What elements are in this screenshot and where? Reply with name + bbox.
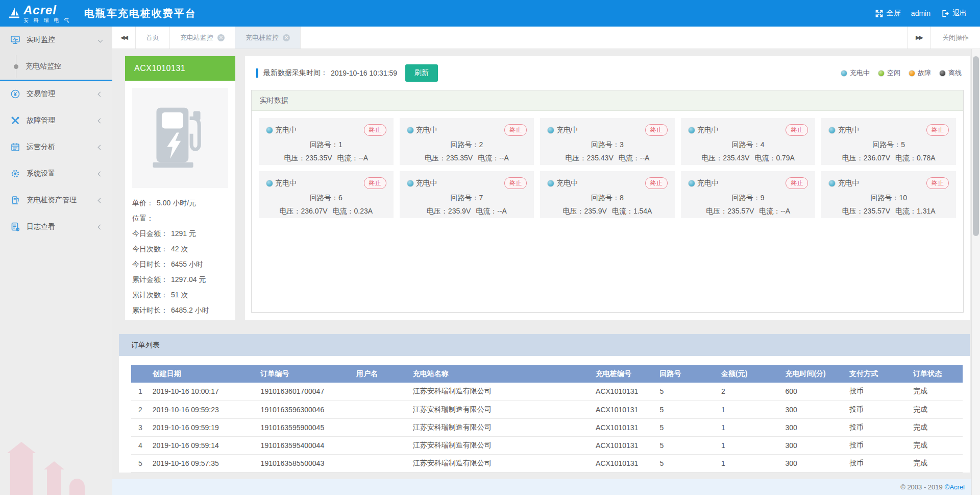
status-legend: 充电中 空闲 故障 离线 [841, 68, 962, 78]
top-header: Acrel 安 科 瑞 电 气 电瓶车充电桩收费平台 全屏 admin 退出 [0, 0, 980, 27]
realtime-data-title: 实时数据 [252, 90, 963, 111]
channel-status: 充电中 [838, 126, 859, 135]
charging-status-icon [266, 180, 273, 187]
sidebar-item-analytics[interactable]: 运营分析 [0, 134, 112, 160]
tabs-scroll-left-button[interactable]: ◀◀ [112, 27, 136, 49]
table-row: 12019-10-16 10:00:171910163601700047江苏安科… [131, 383, 963, 400]
offline-status-icon [939, 70, 946, 77]
terminate-button[interactable]: 终止 [504, 177, 527, 189]
sidebar-item-label: 故障管理 [27, 116, 55, 125]
sidebar-item-label: 充电桩资产管理 [27, 196, 77, 205]
tab-close-icon[interactable]: ✕ [217, 34, 225, 41]
legend-fault: 故障 [909, 68, 931, 78]
sidebar-item-faults[interactable]: 故障管理 [0, 107, 112, 134]
charging-status-icon [407, 180, 414, 187]
legend-charging: 充电中 [841, 68, 870, 78]
sidebar-item-transactions[interactable]: 交易管理 [0, 81, 112, 107]
device-id-header: ACX1010131 [125, 56, 235, 81]
terminate-button[interactable]: 终止 [926, 177, 949, 189]
collect-time-value: 2019-10-16 10:31:59 [331, 69, 397, 77]
circuit-number: 回路号：9 [688, 194, 808, 203]
terminate-button[interactable]: 终止 [504, 124, 527, 136]
realtime-data-box: 实时数据 充电中终止回路号：1电压：235.35V电流：--A 充电中终止回路号… [251, 90, 964, 313]
terminate-button[interactable]: 终止 [786, 177, 808, 189]
copyright-text: © 2003 - 2019 [900, 483, 943, 491]
channel-status: 充电中 [416, 126, 437, 135]
channel-card: 充电中终止回路号：5电压：236.07V电流：0.78A [821, 118, 956, 165]
circuit-number: 回路号：2 [407, 140, 527, 150]
channel-meter: 电压：235.57V电流：1.31A [828, 207, 949, 216]
channel-meter: 电压：235.35V电流：--A [407, 154, 527, 163]
user-menu[interactable]: admin [911, 9, 930, 17]
realtime-monitor-panel: 最新数据采集时间： 2019-10-16 10:31:59 刷新 充电中 空闲 … [245, 56, 970, 320]
terminate-button[interactable]: 终止 [364, 177, 386, 189]
col-circuit: 回路号 [657, 365, 719, 383]
pile-asset-icon [10, 195, 20, 205]
submenu-dot-icon [14, 64, 18, 69]
stat-location: 位置： [132, 210, 228, 226]
logout-button[interactable]: 退出 [941, 9, 967, 18]
vertical-scrollbar[interactable] [971, 49, 980, 495]
sidebar-item-label: 实时监控 [27, 35, 55, 44]
close-operations-label: 关闭操作 [942, 33, 969, 42]
fault-status-icon [909, 70, 915, 77]
fullscreen-button[interactable]: 全屏 [875, 9, 901, 18]
terminate-button[interactable]: 终止 [926, 124, 949, 136]
order-list-panel: 订单列表 创建日期 订单编号 用户名 [119, 334, 970, 473]
logo-text-en: Acrel [23, 4, 71, 16]
table-row: 22019-10-16 09:59:231910163596300046江苏安科… [131, 400, 963, 418]
app-window: Acrel 安 科 瑞 电 气 电瓶车充电桩收费平台 全屏 admin 退出 [0, 0, 980, 495]
sidebar-subitem-label: 充电站监控 [26, 62, 61, 71]
charging-status-icon [688, 127, 695, 134]
chevron-left-icon [98, 145, 103, 150]
tab-bar: ◀◀ 首页 充电站监控 ✕ 充电桩监控 ✕ ▶▶ 关闭操作 [112, 27, 980, 49]
close-operations-menu[interactable]: 关闭操作 [930, 27, 980, 49]
sidebar-item-pile-assets[interactable]: 充电桩资产管理 [0, 187, 112, 214]
chevron-left-icon [98, 171, 103, 176]
stat-today-amount: 今日金额：1291 元 [132, 226, 228, 241]
tabs-scroll-right-button[interactable]: ▶▶ [907, 27, 930, 49]
tab-station-monitor[interactable]: 充电站监控 ✕ [170, 27, 235, 49]
channel-status: 充电中 [275, 179, 297, 188]
acrel-logo: Acrel 安 科 瑞 电 气 [9, 4, 71, 23]
tab-close-icon[interactable]: ✕ [283, 34, 290, 41]
charging-status-icon [688, 180, 695, 187]
col-created: 创建日期 [150, 365, 258, 383]
tab-label: 首页 [146, 33, 159, 42]
monitor-icon [10, 35, 20, 45]
stat-total-amount: 累计金额：1297.04 元 [132, 272, 228, 287]
sidebar-item-realtime-monitor[interactable]: 实时监控 [0, 27, 112, 53]
tab-label: 充电桩监控 [246, 33, 279, 42]
channel-card: 充电中终止回路号：6电压：236.07V电流：0.23A [259, 171, 394, 218]
acrel-link[interactable]: ©Acrel [945, 483, 965, 491]
tab-pile-monitor[interactable]: 充电桩监控 ✕ [235, 27, 301, 49]
channel-status: 充电中 [697, 126, 719, 135]
channel-card: 充电中终止回路号：10电压：235.57V电流：1.31A [821, 171, 956, 218]
terminate-button[interactable]: 终止 [645, 124, 668, 136]
sidebar-subitem-station-monitor[interactable]: 充电站监控 [0, 53, 112, 80]
chevron-left-icon [98, 198, 103, 203]
terminate-button[interactable]: 终止 [786, 124, 808, 136]
sidebar-item-logs[interactable]: 日志查看 [0, 214, 112, 240]
terminate-button[interactable]: 终止 [364, 124, 386, 136]
charging-status-icon [547, 127, 554, 134]
circuit-number: 回路号：1 [266, 140, 386, 150]
logout-label: 退出 [952, 9, 967, 18]
circuit-number: 回路号：5 [828, 140, 949, 150]
terminate-button[interactable]: 终止 [645, 177, 668, 189]
refresh-button[interactable]: 刷新 [405, 64, 438, 82]
channel-meter: 电压：235.9V电流：1.54A [547, 207, 668, 216]
channel-card: 充电中终止回路号：3电压：235.43V电流：--A [540, 118, 675, 165]
channel-cards: 充电中终止回路号：1电压：235.35V电流：--A 充电中终止回路号：2电压：… [252, 111, 963, 225]
scrollbar-thumb[interactable] [973, 56, 979, 236]
username: admin [911, 9, 930, 17]
stat-total-count: 累计次数：51 次 [132, 287, 228, 302]
device-image-placeholder [132, 88, 228, 188]
sidebar-item-settings[interactable]: 系统设置 [0, 160, 112, 187]
sidebar-group-realtime: 实时监控 充电站监控 [0, 27, 112, 81]
logout-icon [941, 9, 949, 18]
charging-status-icon [828, 127, 836, 134]
tab-home[interactable]: 首页 [136, 27, 170, 49]
page-title: 电瓶车充电桩收费平台 [84, 7, 197, 20]
col-minutes: 充电时间(分) [782, 365, 846, 383]
